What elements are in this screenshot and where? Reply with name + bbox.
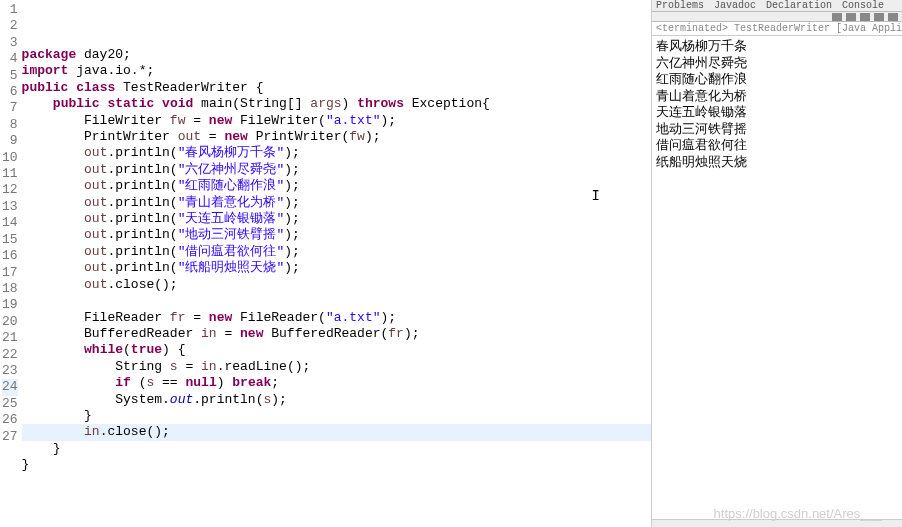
console-line: 天连五岭银锄落 — [656, 104, 898, 121]
console-output[interactable]: 春风杨柳万千条六亿神州尽舜尧红雨随心翻作浪青山着意化为桥天连五岭银锄落地动三河铁… — [652, 36, 902, 519]
code-line[interactable]: } — [22, 441, 651, 457]
code-line[interactable]: PrintWriter out = new PrintWriter(fw); — [22, 129, 651, 145]
code-line[interactable]: import java.io.*; — [22, 63, 651, 79]
remove-all-icon[interactable] — [846, 13, 856, 21]
code-line[interactable] — [22, 293, 651, 309]
code-line[interactable]: } — [22, 457, 651, 473]
console-line: 六亿神州尽舜尧 — [656, 55, 898, 72]
code-line[interactable]: while(true) { — [22, 342, 651, 358]
code-line[interactable]: public static void main(String[] args) t… — [22, 96, 651, 112]
code-area[interactable]: I package day20;import java.io.*;public … — [22, 0, 651, 527]
code-line[interactable]: out.close(); — [22, 277, 651, 293]
code-line[interactable]: in.close(); — [22, 424, 651, 440]
code-line[interactable]: out.println("红雨随心翻作浪"); — [22, 178, 651, 194]
display-console-icon[interactable] — [888, 13, 898, 21]
code-container: 1234567891011121314151617181920212223242… — [0, 0, 651, 527]
code-line[interactable] — [22, 474, 651, 490]
code-line[interactable]: out.println("天连五岭银锄落"); — [22, 211, 651, 227]
editor-pane: 1234567891011121314151617181920212223242… — [0, 0, 652, 527]
code-line[interactable]: out.println("青山着意化为桥"); — [22, 195, 651, 211]
tab-declaration[interactable]: Declaration — [766, 0, 832, 11]
console-line: 借问瘟君欲何往 — [656, 137, 898, 154]
code-line[interactable]: String s = in.readLine(); — [22, 359, 651, 375]
text-cursor-icon: I — [592, 188, 600, 204]
console-panel: ProblemsJavadocDeclarationConsole <termi… — [652, 0, 902, 527]
console-line: 红雨随心翻作浪 — [656, 71, 898, 88]
console-line: 青山着意化为桥 — [656, 88, 898, 105]
console-status: <terminated> TestReaderWriter [Java Appl… — [652, 22, 902, 36]
code-line[interactable]: System.out.println(s); — [22, 392, 651, 408]
console-line: 纸船明烛照天烧 — [656, 154, 898, 171]
code-line[interactable]: BufferedReader in = new BufferedReader(f… — [22, 326, 651, 342]
code-line[interactable]: public class TestReaderWriter { — [22, 80, 651, 96]
code-line[interactable]: out.println("六亿神州尽舜尧"); — [22, 162, 651, 178]
code-line[interactable]: package day20; — [22, 47, 651, 63]
code-line[interactable]: out.println("地动三河铁臂摇"); — [22, 227, 651, 243]
code-line[interactable]: } — [22, 408, 651, 424]
console-line: 地动三河铁臂摇 — [656, 121, 898, 138]
watermark: https://blog.csdn.net/Ares___ — [714, 506, 882, 521]
code-line[interactable]: out.println("春风杨柳万千条"); — [22, 145, 651, 161]
code-line[interactable]: FileWriter fw = new FileWriter("a.txt"); — [22, 113, 651, 129]
code-line[interactable]: if (s == null) break; — [22, 375, 651, 391]
tab-console[interactable]: Console — [842, 0, 884, 11]
remove-launch-icon[interactable] — [832, 13, 842, 21]
pin-console-icon[interactable] — [874, 13, 884, 21]
view-tabs[interactable]: ProblemsJavadocDeclarationConsole — [652, 0, 902, 12]
tab-problems[interactable]: Problems — [656, 0, 704, 11]
console-toolbar — [652, 12, 902, 22]
scroll-lock-icon[interactable] — [860, 13, 870, 21]
tab-javadoc[interactable]: Javadoc — [714, 0, 756, 11]
line-gutter: 1234567891011121314151617181920212223242… — [0, 0, 22, 527]
code-line[interactable]: FileReader fr = new FileReader("a.txt"); — [22, 310, 651, 326]
code-line[interactable]: out.println("纸船明烛照天烧"); — [22, 260, 651, 276]
console-line: 春风杨柳万千条 — [656, 38, 898, 55]
code-line[interactable]: out.println("借问瘟君欲何往"); — [22, 244, 651, 260]
